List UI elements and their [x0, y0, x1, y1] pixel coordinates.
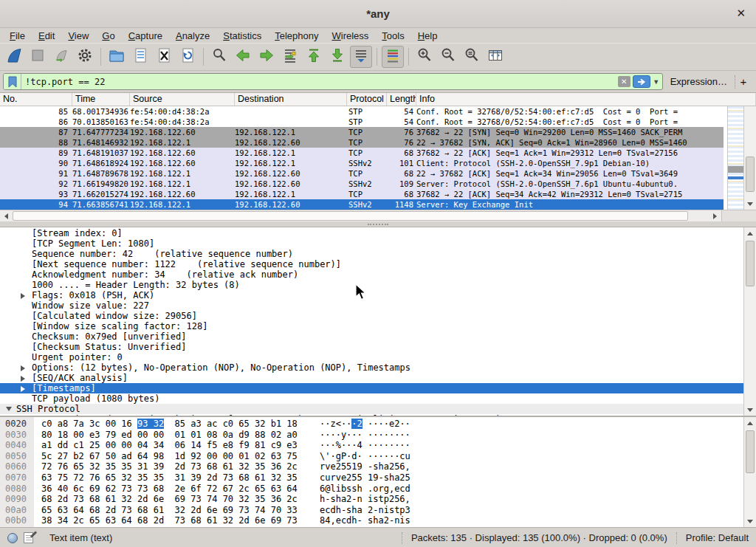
scrollbar-thumb[interactable] [746, 241, 755, 286]
packet-row-94[interactable]: 9471.663856741192.168.122.1192.168.122.6… [0, 199, 724, 210]
detail-line[interactable]: 1000 .... = Header Length: 32 bytes (8) [0, 280, 756, 290]
hex-row-0080[interactable]: 008036 40 6c 69 62 73 73 68 2e 6f 72 67 … [0, 484, 756, 495]
scroll-down-arrow[interactable] [744, 404, 756, 416]
detail-line[interactable]: [Timestamps] [0, 383, 743, 393]
hex-row-0030[interactable]: 003080 18 00 e3 79 ed 00 00 01 01 08 0a … [0, 430, 756, 441]
expression-button[interactable]: Expression… [663, 76, 735, 87]
menu-go[interactable]: Go [95, 30, 121, 41]
scroll-down-arrow[interactable] [744, 515, 756, 527]
collapse-arrow-icon[interactable] [6, 407, 12, 411]
go-last-packet-button[interactable] [326, 46, 348, 68]
packet-row-86[interactable]: 8670.013850163fe:54:00:d4:38:2aSTP54Conf… [0, 117, 724, 127]
close-capture-file-button[interactable] [153, 46, 175, 68]
column-header-length[interactable]: Length [387, 93, 416, 106]
restart-capture-button[interactable] [50, 46, 72, 68]
menu-wireless[interactable]: Wireless [326, 30, 376, 41]
detail-line[interactable]: Options: (12 bytes), No-Operation (NOP),… [0, 362, 756, 373]
zoom-original-button[interactable] [461, 46, 483, 68]
expand-arrow-icon[interactable] [21, 293, 25, 299]
expand-arrow-icon[interactable] [21, 376, 25, 382]
menu-analyze[interactable]: Analyze [169, 30, 216, 41]
menu-edit[interactable]: Edit [32, 30, 61, 41]
hex-row-0050[interactable]: 00505c 27 b2 67 50 ad 64 98 1d 92 00 00 … [0, 451, 756, 462]
packet-row-92[interactable]: 9271.661949820192.168.122.1192.168.122.6… [0, 179, 724, 189]
go-back-button[interactable] [232, 46, 254, 68]
detail-line[interactable]: Window size value: 227 [0, 300, 756, 311]
scroll-left-arrow[interactable] [0, 210, 13, 221]
detail-line[interactable]: Checksum: 0x79ed [unverified] [0, 331, 756, 342]
detail-line[interactable]: Acknowledgment number: 34 (relative ack … [0, 269, 756, 280]
column-header-time[interactable]: Time [72, 93, 130, 106]
detail-line[interactable]: [SEQ/ACK analysis] [0, 373, 756, 383]
find-packet-button[interactable] [208, 46, 230, 68]
zoom-out-button[interactable] [437, 46, 459, 68]
detail-line[interactable]: Urgent pointer: 0 [0, 352, 756, 362]
auto-scroll-button[interactable] [350, 46, 372, 68]
hex-row-0020[interactable]: 0020c0 a8 7a 3c 00 16 93 32 85 a3 ac c0 … [0, 419, 756, 430]
colorize-packets-button[interactable] [382, 46, 404, 68]
hex-row-00a0[interactable]: 00a065 63 64 68 2d 73 68 61 32 2d 6e 69 … [0, 505, 756, 516]
start-capture-button[interactable] [3, 46, 25, 68]
detail-line[interactable]: TCP payload (1080 bytes) [0, 393, 756, 404]
intelligent-scrollbar-minimap[interactable] [727, 106, 743, 210]
scrollbar-thumb[interactable] [746, 156, 755, 192]
expert-info-icon[interactable] [7, 533, 18, 543]
expand-arrow-icon[interactable] [21, 365, 25, 371]
packet-row-87[interactable]: 8771.647777234192.168.122.60192.168.122.… [0, 127, 724, 137]
detail-line[interactable]: [Stream index: 0] [0, 228, 756, 238]
scroll-right-arrow[interactable] [709, 210, 721, 221]
detail-line[interactable]: [Calculated window size: 29056] [0, 311, 756, 321]
packet-row-88[interactable]: 8871.648146932192.168.122.1192.168.122.6… [0, 137, 724, 148]
close-window-button[interactable]: ✕ [736, 7, 746, 20]
menu-file[interactable]: File [3, 30, 32, 41]
column-header-protocol[interactable]: Protocol [347, 93, 387, 106]
detail-line[interactable]: Sequence number: 42 (relative sequence n… [0, 249, 756, 259]
go-to-packet-button[interactable] [279, 46, 301, 68]
hex-row-0060[interactable]: 006072 76 65 32 35 35 31 39 2d 73 68 61 … [0, 461, 756, 472]
hscrollbar-thumb[interactable] [13, 211, 688, 221]
capture-options-button[interactable] [74, 46, 96, 68]
display-filter-input[interactable]: !tcp.port == 22 ✕ ▼ [3, 73, 663, 90]
hex-row-0070[interactable]: 007063 75 72 76 65 32 35 35 31 39 2d 73 … [0, 472, 756, 484]
menu-help[interactable]: Help [411, 30, 444, 41]
menu-telephony[interactable]: Telephony [268, 30, 325, 41]
filter-history-dropdown[interactable]: ▼ [652, 78, 661, 86]
detail-line[interactable]: [Checksum Status: Unverified] [0, 342, 756, 352]
menu-capture[interactable]: Capture [122, 30, 169, 41]
bytes-scrollbar[interactable] [743, 417, 756, 527]
open-capture-file-button[interactable] [106, 46, 128, 68]
detail-line[interactable]: [TCP Segment Len: 1080] [0, 238, 756, 249]
filter-bookmark-button[interactable] [4, 74, 21, 89]
filter-apply-button[interactable] [633, 75, 650, 88]
stop-capture-button[interactable] [27, 46, 49, 68]
expand-arrow-icon[interactable] [21, 386, 25, 392]
column-header-destination[interactable]: Destination [235, 93, 347, 106]
menu-statistics[interactable]: Statistics [216, 30, 268, 41]
hex-row-00b0[interactable]: 00b038 34 2c 65 63 64 68 2d 73 68 61 32 … [0, 515, 756, 526]
packet-list-scrollbar[interactable] [743, 106, 756, 210]
detail-line[interactable]: SSH Protocol [0, 404, 743, 414]
packet-row-91[interactable]: 9171.648789678192.168.122.1192.168.122.6… [0, 168, 724, 179]
menu-tools[interactable]: Tools [375, 30, 410, 41]
save-capture-file-button[interactable] [129, 46, 151, 68]
column-header-no[interactable]: No. [0, 93, 72, 106]
column-header-source[interactable]: Source [130, 93, 235, 106]
column-header-info[interactable]: Info [416, 93, 756, 106]
packet-row-93[interactable]: 9371.662015274192.168.122.60192.168.122.… [0, 189, 724, 199]
packet-row-85[interactable]: 8568.001734936fe:54:00:d4:38:2aSTP54Conf… [0, 106, 724, 117]
scroll-up-arrow[interactable] [744, 227, 756, 239]
filter-text[interactable]: !tcp.port == 22 [21, 77, 618, 87]
detail-line[interactable]: [Window size scaling factor: 128] [0, 321, 756, 331]
zoom-in-button[interactable] [413, 46, 436, 68]
scroll-down-arrow[interactable] [744, 198, 756, 210]
go-first-packet-button[interactable] [303, 46, 325, 68]
profile-status[interactable]: Profile: Default [686, 532, 749, 543]
scroll-up-arrow[interactable] [744, 417, 756, 429]
details-scrollbar[interactable] [743, 227, 756, 416]
capture-comment-icon[interactable] [24, 532, 33, 543]
detail-line[interactable]: Flags: 0x018 (PSH, ACK) [0, 290, 756, 300]
menu-view[interactable]: View [61, 30, 95, 41]
resize-columns-button[interactable] [484, 46, 506, 68]
pane-splitter[interactable] [0, 221, 756, 227]
add-filter-button[interactable]: + [735, 75, 752, 88]
